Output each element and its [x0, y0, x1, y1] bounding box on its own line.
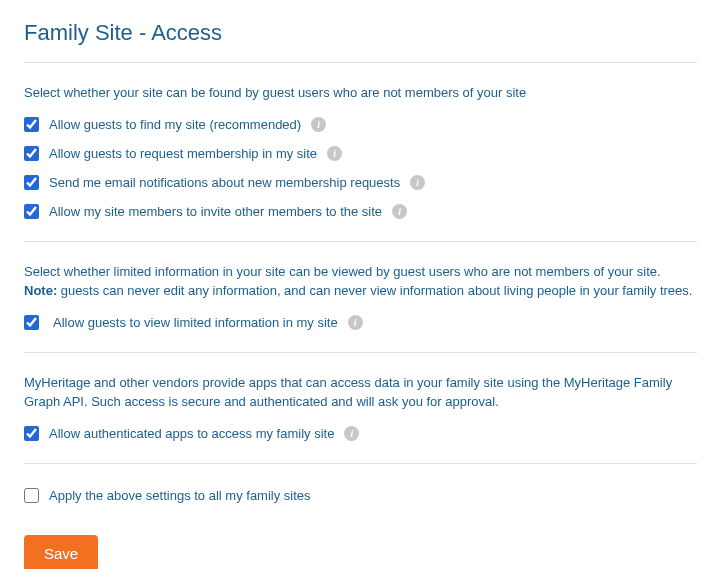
checkbox-limited-info[interactable] — [24, 315, 39, 330]
option-label: Allow guests to find my site (recommende… — [49, 117, 301, 132]
option-label: Allow guests to view limited information… — [53, 315, 338, 330]
checkbox-allow-guests-request[interactable] — [24, 146, 39, 161]
option-apps-access: Allow authenticated apps to access my fa… — [24, 426, 697, 441]
intro-line1: Select whether limited information in yo… — [24, 264, 661, 279]
option-members-invite: Allow my site members to invite other me… — [24, 204, 697, 219]
checkbox-apps-access[interactable] — [24, 426, 39, 441]
limited-info-section: Select whether limited information in yo… — [24, 242, 697, 353]
checkbox-apply-all[interactable] — [24, 488, 39, 503]
option-apply-all: Apply the above settings to all my famil… — [24, 488, 697, 503]
option-label: Allow authenticated apps to access my fa… — [49, 426, 334, 441]
page-title: Family Site - Access — [24, 20, 697, 46]
info-icon[interactable]: i — [311, 117, 326, 132]
option-label: Send me email notifications about new me… — [49, 175, 400, 190]
apply-all-section: Apply the above settings to all my famil… — [24, 464, 697, 570]
section-intro: Select whether your site can be found by… — [24, 83, 697, 103]
info-icon[interactable]: i — [392, 204, 407, 219]
note-label: Note: — [24, 283, 57, 298]
intro-line2: guests can never edit any information, a… — [57, 283, 692, 298]
guest-access-section: Select whether your site can be found by… — [24, 63, 697, 242]
checkbox-allow-guests-find[interactable] — [24, 117, 39, 132]
option-label: Allow guests to request membership in my… — [49, 146, 317, 161]
save-button[interactable]: Save — [24, 535, 98, 570]
option-allow-guests-find: Allow guests to find my site (recommende… — [24, 117, 697, 132]
apps-access-section: MyHeritage and other vendors provide app… — [24, 353, 697, 464]
option-label: Allow my site members to invite other me… — [49, 204, 382, 219]
info-icon[interactable]: i — [410, 175, 425, 190]
info-icon[interactable]: i — [348, 315, 363, 330]
section-intro: MyHeritage and other vendors provide app… — [24, 373, 697, 412]
checkbox-members-invite[interactable] — [24, 204, 39, 219]
checkbox-email-notifications[interactable] — [24, 175, 39, 190]
section-intro: Select whether limited information in yo… — [24, 262, 697, 301]
info-icon[interactable]: i — [344, 426, 359, 441]
option-limited-info: Allow guests to view limited information… — [24, 315, 697, 330]
option-allow-guests-request: Allow guests to request membership in my… — [24, 146, 697, 161]
option-email-notifications: Send me email notifications about new me… — [24, 175, 697, 190]
option-label: Apply the above settings to all my famil… — [49, 488, 311, 503]
info-icon[interactable]: i — [327, 146, 342, 161]
